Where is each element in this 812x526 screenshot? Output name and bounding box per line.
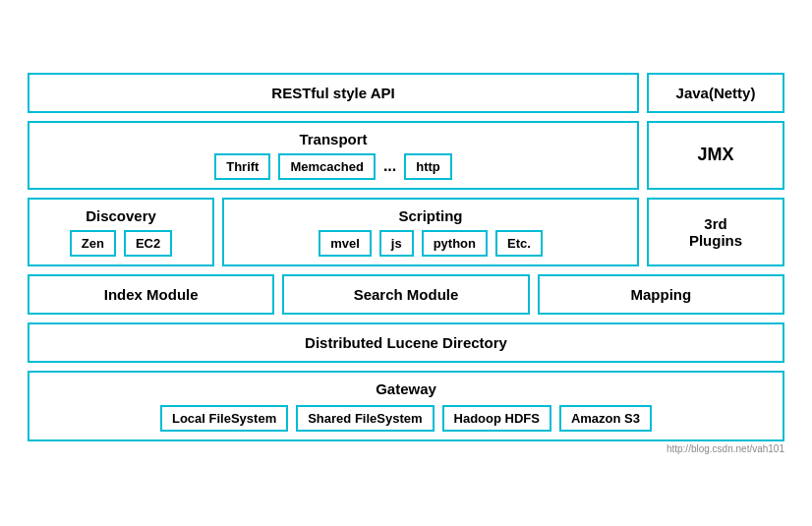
- gateway-title: Gateway: [37, 380, 775, 397]
- transport-block: Transport Thrift Memcached ... http: [28, 121, 639, 190]
- gateway-block: Gateway Local FileSystem Shared FileSyst…: [28, 371, 784, 441]
- zen-box: Zen: [70, 230, 116, 257]
- row2: Transport Thrift Memcached ... http JMX: [28, 121, 784, 190]
- hadoop-box: Hadoop HDFS: [442, 405, 551, 432]
- architecture-diagram: RESTful style API Java(Netty) Transport …: [18, 63, 794, 464]
- etc-box: Etc.: [495, 230, 543, 257]
- search-module-box: Search Module: [282, 274, 529, 315]
- transport-items: Thrift Memcached ... http: [37, 153, 629, 180]
- transport-title: Transport: [37, 131, 629, 147]
- ec2-box: EC2: [124, 230, 172, 257]
- row4: Index Module Search Module Mapping: [28, 274, 784, 315]
- gateway-items: Local FileSystem Shared FileSystem Hadoo…: [37, 405, 775, 432]
- index-module-box: Index Module: [28, 274, 274, 315]
- discovery-block: Discovery Zen EC2: [28, 198, 214, 266]
- memcached-box: Memcached: [278, 153, 375, 180]
- shared-fs-box: Shared FileSystem: [296, 405, 434, 432]
- java-netty-box: Java(Netty): [647, 73, 784, 113]
- dots-separator: ...: [383, 157, 396, 175]
- mapping-box: Mapping: [538, 274, 784, 315]
- jmx-box: JMX: [647, 121, 784, 190]
- plugins-box: 3rd Plugins: [647, 198, 784, 266]
- local-fs-box: Local FileSystem: [160, 405, 288, 432]
- row5: Distributed Lucene Directory: [28, 322, 784, 363]
- row3: Discovery Zen EC2 Scripting mvel js pyth…: [28, 198, 784, 266]
- python-box: python: [422, 230, 488, 257]
- discovery-items: Zen EC2: [37, 230, 204, 257]
- lucene-box: Distributed Lucene Directory: [28, 322, 784, 363]
- amazon-s3-box: Amazon S3: [559, 405, 652, 432]
- discovery-title: Discovery: [37, 207, 204, 224]
- mvel-box: mvel: [319, 230, 372, 257]
- scripting-items: mvel js python Etc.: [232, 230, 629, 257]
- scripting-title: Scripting: [232, 207, 629, 224]
- row1: RESTful style API Java(Netty): [28, 73, 784, 113]
- http-box: http: [404, 153, 452, 180]
- plugins-label: 3rd Plugins: [689, 215, 742, 249]
- restful-api-box: RESTful style API: [28, 73, 639, 113]
- js-box: js: [379, 230, 414, 257]
- thrift-box: Thrift: [214, 153, 270, 180]
- scripting-block: Scripting mvel js python Etc.: [222, 198, 639, 266]
- watermark: http://blog.csdn.net/vah101: [28, 443, 784, 454]
